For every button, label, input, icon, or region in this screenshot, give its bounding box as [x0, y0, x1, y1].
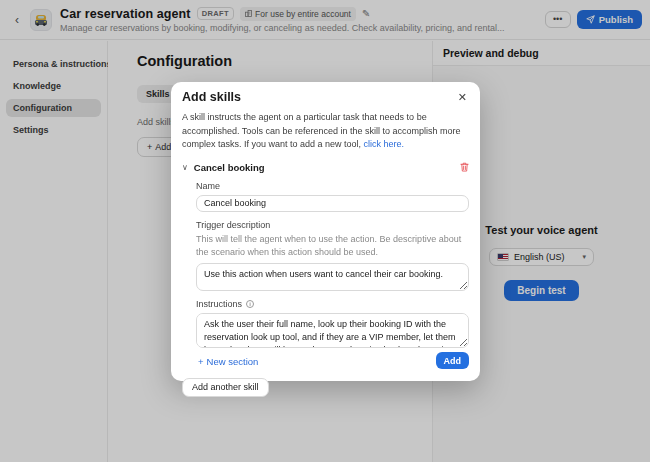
skill-section-title: Cancel booking	[194, 162, 265, 173]
add-another-skill-button[interactable]: Add another skill	[182, 378, 269, 397]
trigger-description-label: Trigger description	[196, 220, 469, 230]
modal-description: A skill instructs the agent on a particu…	[182, 111, 469, 152]
add-skills-modal: Add skills ✕ A skill instructs the agent…	[171, 82, 480, 381]
trigger-description-textarea[interactable]: Use this action when users want to cance…	[196, 263, 469, 291]
instructions-textarea[interactable]: Ask the user their full name, look up th…	[196, 313, 469, 348]
trash-icon	[460, 162, 469, 172]
chevron-down-icon[interactable]: ∨	[182, 163, 188, 172]
modal-description-text: A skill instructs the agent on a particu…	[182, 112, 460, 149]
new-section-button[interactable]: + New section	[198, 356, 258, 367]
info-icon[interactable]: i	[246, 300, 254, 308]
click-here-link[interactable]: click here.	[364, 139, 405, 149]
skill-name-input[interactable]	[196, 195, 469, 212]
new-section-label: New section	[207, 356, 259, 367]
plus-icon: +	[198, 356, 204, 367]
skill-section-header[interactable]: ∨ Cancel booking	[182, 162, 469, 173]
trigger-description-helper: This will tell the agent when to use the…	[196, 233, 469, 259]
name-label: Name	[196, 181, 469, 191]
delete-skill-button[interactable]	[460, 162, 469, 172]
close-icon[interactable]: ✕	[456, 90, 469, 105]
add-button[interactable]: Add	[436, 352, 470, 369]
instructions-label: Instructions	[196, 299, 242, 309]
modal-title: Add skills	[182, 90, 241, 104]
